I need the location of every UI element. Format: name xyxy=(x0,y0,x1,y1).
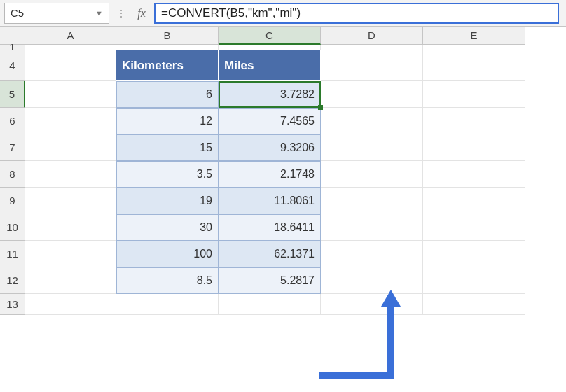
cell[interactable] xyxy=(321,241,423,267)
row-head-6[interactable]: 6 xyxy=(0,108,25,134)
cell[interactable] xyxy=(423,81,525,108)
row-head-1[interactable]: 1 xyxy=(0,45,25,50)
cell[interactable] xyxy=(423,108,525,134)
cell[interactable] xyxy=(321,294,423,315)
cell[interactable] xyxy=(321,161,423,188)
row-head-13[interactable]: 13 xyxy=(0,294,25,315)
row-head-8[interactable]: 8 xyxy=(0,161,25,188)
col-head-e[interactable]: E xyxy=(423,27,525,45)
cell[interactable] xyxy=(423,188,525,214)
cell[interactable] xyxy=(116,45,219,50)
cell[interactable] xyxy=(25,267,116,294)
cell-b5[interactable]: 6 xyxy=(116,81,219,108)
fill-handle[interactable] xyxy=(318,105,323,110)
cell-b10[interactable]: 30 xyxy=(116,214,219,241)
cell[interactable] xyxy=(25,188,116,214)
cell[interactable] xyxy=(25,45,116,50)
cell[interactable] xyxy=(321,214,423,241)
cell[interactable] xyxy=(321,267,423,294)
row-head-4[interactable]: 4 xyxy=(0,50,25,81)
cell[interactable] xyxy=(25,50,116,81)
cell[interactable] xyxy=(321,188,423,214)
cell-c6[interactable]: 7.4565 xyxy=(219,108,321,134)
cell[interactable] xyxy=(321,81,423,108)
cell[interactable] xyxy=(321,134,423,161)
col-head-a[interactable]: A xyxy=(25,27,116,45)
formula-input[interactable]: =CONVERT(B5,"km","mi") xyxy=(154,3,559,24)
cell-b7[interactable]: 15 xyxy=(116,134,219,161)
spreadsheet-grid[interactable]: A B C D E 1 4 Kilometers Miles 5 6 3.728… xyxy=(0,27,566,315)
formula-bar: C5 ▼ ⋮ fx =CONVERT(B5,"km","mi") xyxy=(0,0,566,27)
cell[interactable] xyxy=(25,241,116,267)
cell-c10[interactable]: 18.6411 xyxy=(219,214,321,241)
cell[interactable] xyxy=(25,294,116,315)
row-head-12[interactable]: 12 xyxy=(0,267,25,294)
cell[interactable] xyxy=(321,45,423,50)
row-head-7[interactable]: 7 xyxy=(0,134,25,161)
cell[interactable] xyxy=(321,50,423,81)
cell-c9[interactable]: 11.8061 xyxy=(219,188,321,214)
cell[interactable] xyxy=(423,161,525,188)
cell[interactable] xyxy=(423,241,525,267)
cell[interactable] xyxy=(423,134,525,161)
cell-c11[interactable]: 62.1371 xyxy=(219,241,321,267)
col-head-c[interactable]: C xyxy=(219,27,321,45)
cell[interactable] xyxy=(116,294,219,315)
cell[interactable] xyxy=(25,134,116,161)
cell[interactable] xyxy=(219,45,321,50)
cell-b8[interactable]: 3.5 xyxy=(116,161,219,188)
cell[interactable] xyxy=(423,45,525,50)
cell[interactable] xyxy=(423,267,525,294)
cell[interactable] xyxy=(25,161,116,188)
cell[interactable] xyxy=(423,294,525,315)
cell-c12[interactable]: 5.2817 xyxy=(219,267,321,294)
name-box-value: C5 xyxy=(11,7,24,19)
cell[interactable] xyxy=(25,214,116,241)
row-head-10[interactable]: 10 xyxy=(0,214,25,241)
row-head-11[interactable]: 11 xyxy=(0,241,25,267)
cell[interactable] xyxy=(25,81,116,108)
cell[interactable] xyxy=(423,50,525,81)
formula-bar-separator: ⋮ xyxy=(113,8,129,18)
cell-b6[interactable]: 12 xyxy=(116,108,219,134)
col-head-b[interactable]: B xyxy=(116,27,219,45)
cell[interactable] xyxy=(321,108,423,134)
chevron-down-icon[interactable]: ▼ xyxy=(95,9,103,18)
cell-b11[interactable]: 100 xyxy=(116,241,219,267)
cell-c8[interactable]: 2.1748 xyxy=(219,161,321,188)
row-head-9[interactable]: 9 xyxy=(0,188,25,214)
cell-c5[interactable]: 3.7282 xyxy=(219,81,321,108)
cell-b12[interactable]: 8.5 xyxy=(116,267,219,294)
col-head-d[interactable]: D xyxy=(321,27,423,45)
fx-icon[interactable]: fx xyxy=(133,7,150,20)
cell[interactable] xyxy=(219,294,321,315)
cell-b9[interactable]: 19 xyxy=(116,188,219,214)
formula-text: =CONVERT(B5,"km","mi") xyxy=(161,6,301,20)
cell[interactable] xyxy=(423,214,525,241)
row-head-5[interactable]: 5 xyxy=(0,81,25,108)
cell[interactable] xyxy=(25,108,116,134)
table-header-mi[interactable]: Miles xyxy=(219,50,321,81)
name-box[interactable]: C5 ▼ xyxy=(4,3,109,24)
table-header-km[interactable]: Kilometers xyxy=(116,50,219,81)
cell-c7[interactable]: 9.3206 xyxy=(219,134,321,161)
